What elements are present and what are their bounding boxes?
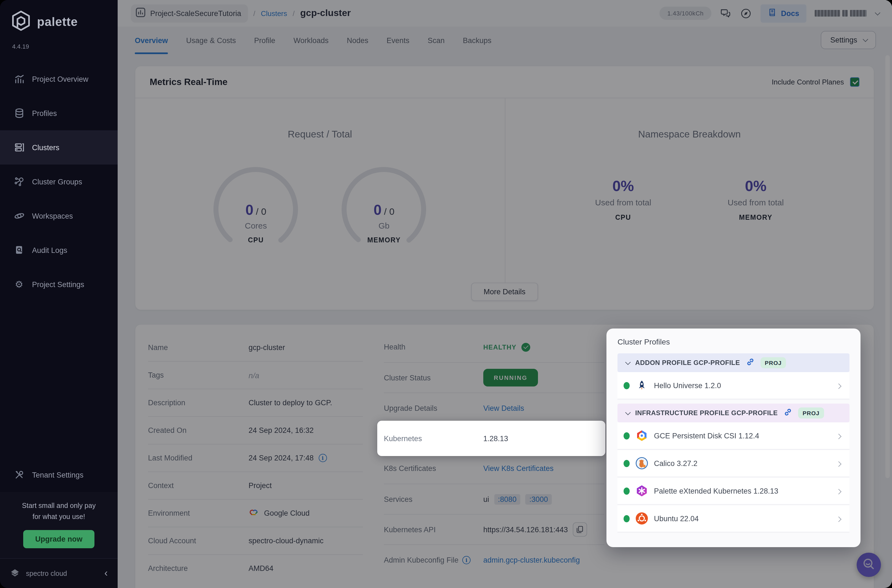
- status-dot-icon: [623, 515, 630, 522]
- cluster-profiles-title: Cluster Profiles: [617, 338, 850, 346]
- profile-item-calico[interactable]: Calico 3.27.2: [617, 450, 850, 478]
- chevron-right-icon: [837, 430, 841, 441]
- scope-badge: PROJ: [798, 408, 824, 418]
- kubernetes-version: 1.28.13: [483, 434, 508, 442]
- sidebar-item-label: Audit Logs: [32, 246, 68, 254]
- chevron-right-icon: [837, 380, 841, 390]
- sidebar-item-tenant-settings[interactable]: Tenant Settings: [0, 458, 118, 492]
- brand-name: palette: [37, 15, 78, 29]
- profile-item-gce-persistent-disk[interactable]: GCE Persistent Disk CSI 1.12.4: [617, 422, 850, 450]
- sidebar-nav: Project Overview Profiles: [0, 62, 118, 302]
- status-dot-icon: [623, 382, 630, 389]
- chevron-down-icon: [625, 410, 631, 415]
- sidebar-item-label: Workspaces: [32, 212, 73, 220]
- sidebar-item-label: Project Overview: [32, 75, 89, 83]
- orbit-icon: [13, 210, 25, 222]
- app-version: 4.4.19: [0, 34, 118, 50]
- link-icon: [746, 357, 754, 368]
- document-search-icon: [13, 244, 25, 256]
- pxk-icon: [636, 485, 648, 497]
- chevron-right-icon: [837, 458, 841, 468]
- chevron-right-icon: [837, 486, 841, 496]
- sidebar-item-label: Profiles: [32, 109, 57, 117]
- addon-profile-header[interactable]: ADDON PROFILE GCP-PROFILE PROJ: [617, 353, 850, 372]
- sidebar-item-project-overview[interactable]: Project Overview: [0, 62, 118, 96]
- detail-row-kubernetes-spotlight: Kubernetes 1.28.13: [377, 421, 605, 456]
- sidebar-footer: spectro cloud ‹: [0, 558, 118, 588]
- link-icon: [784, 408, 792, 418]
- calico-icon: [636, 457, 648, 469]
- gear-icon: ⚙: [13, 279, 25, 290]
- chevron-down-icon: [625, 359, 631, 364]
- profile-item-palette-extended-kubernetes[interactable]: Palette eXtended Kubernetes 1.28.13: [617, 478, 850, 505]
- chevron-right-icon: [837, 513, 841, 524]
- promo-text: Start small and only pay for what you us…: [7, 501, 111, 523]
- tools-icon: [13, 469, 25, 481]
- sidebar-item-label: Cluster Groups: [32, 177, 82, 186]
- sidebar-item-label: Clusters: [32, 143, 59, 152]
- sidebar-spacer: [0, 302, 118, 458]
- sidebar-item-audit-logs[interactable]: Audit Logs: [0, 233, 118, 267]
- infrastructure-profile-header[interactable]: INFRASTRUCTURE PROFILE GCP-PROFILE PROJ: [617, 404, 850, 422]
- status-dot-icon: [623, 460, 630, 467]
- server-list-icon: [13, 142, 25, 153]
- upgrade-promo: Start small and only pay for what you us…: [0, 492, 118, 558]
- status-dot-icon: [623, 432, 630, 439]
- scope-badge: PROJ: [760, 357, 786, 368]
- hello-universe-icon: [636, 379, 648, 392]
- upgrade-now-button[interactable]: Upgrade now: [23, 530, 95, 548]
- sidebar-item-label: Tenant Settings: [32, 471, 83, 479]
- sidebar-item-project-settings[interactable]: ⚙ Project Settings: [0, 267, 118, 302]
- spectro-cloud-label: spectro cloud: [26, 570, 67, 577]
- main-area: Project-ScaleSecureTutoria / Clusters / …: [118, 0, 892, 588]
- profile-item-ubuntu[interactable]: Ubuntu 22.04: [617, 505, 850, 533]
- sidebar-collapse-button[interactable]: ‹: [104, 568, 108, 579]
- palette-logo-icon: [10, 10, 32, 34]
- ubuntu-icon: [636, 512, 648, 525]
- bar-chart-icon: [13, 73, 25, 85]
- sidebar-item-profiles[interactable]: Profiles: [0, 96, 118, 130]
- profile-item-hello-universe[interactable]: Hello Universe 1.2.0: [617, 372, 850, 400]
- sidebar: palette 4.4.19 Project Overview: [0, 0, 118, 588]
- brand: palette: [0, 0, 118, 34]
- sidebar-item-clusters[interactable]: Clusters: [0, 130, 118, 165]
- gce-disk-icon: [636, 429, 648, 442]
- status-dot-icon: [623, 487, 630, 494]
- layers-stack-icon: [13, 107, 25, 119]
- sidebar-item-cluster-groups[interactable]: Cluster Groups: [0, 165, 118, 199]
- sidebar-item-workspaces[interactable]: Workspaces: [0, 199, 118, 233]
- spectro-cloud-logo-icon: [9, 566, 21, 580]
- network-nodes-icon: [13, 176, 25, 188]
- cluster-profiles-panel: Cluster Profiles ADDON PROFILE GCP-PROFI…: [607, 328, 860, 547]
- sidebar-item-label: Project Settings: [32, 280, 84, 288]
- app-window: palette 4.4.19 Project Overview: [0, 0, 892, 588]
